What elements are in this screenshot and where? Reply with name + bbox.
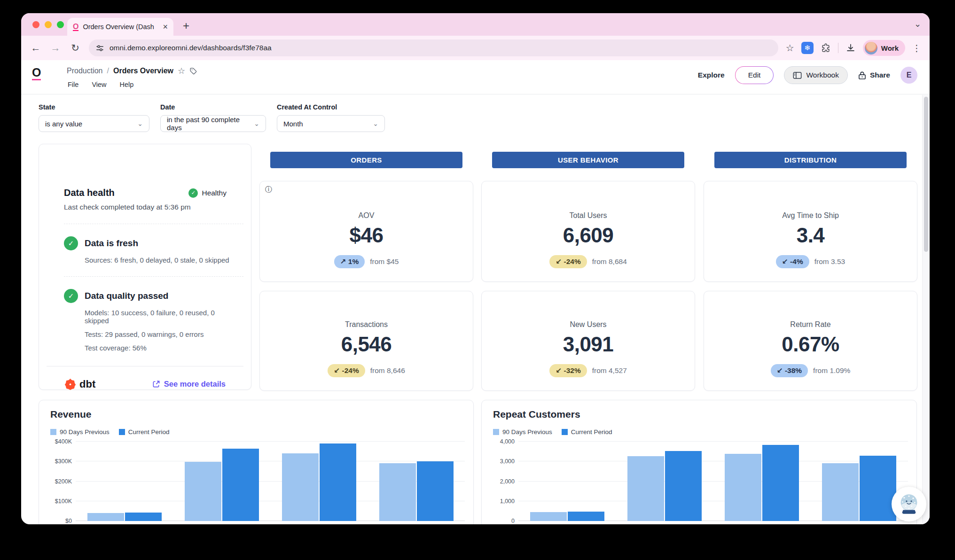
bar-current-period[interactable] xyxy=(762,445,799,521)
breadcrumb-parent[interactable]: Production xyxy=(67,67,103,75)
browser-profile-chip[interactable]: Work xyxy=(863,40,905,56)
back-icon[interactable]: ← xyxy=(30,42,42,54)
section-header-orders[interactable]: ORDERS xyxy=(270,152,462,168)
browser-tab[interactable]: O Orders Overview (Dashboard) × xyxy=(67,18,173,36)
health-check-detail: Sources: 6 fresh, 0 delayed, 0 stale, 0 … xyxy=(85,256,237,264)
repeat-customers-chart-card: Repeat Customers90 Days PreviousCurrent … xyxy=(481,400,917,524)
app-header: O Production / Orders Overview ☆ FileVie… xyxy=(21,60,930,94)
section-header-user-behavior[interactable]: USER BEHAVIOR xyxy=(492,152,684,168)
section-header-distribution[interactable]: DISTRIBUTION xyxy=(714,152,907,168)
healthy-check-icon: ✓ xyxy=(188,188,198,198)
bar-90-days-previous[interactable] xyxy=(185,462,221,521)
share-button[interactable]: Share xyxy=(858,71,890,80)
bar-90-days-previous[interactable] xyxy=(725,454,761,521)
scrollbar-thumb[interactable] xyxy=(924,97,928,252)
browser-toolbar: ← → ↻ omni.demo.exploreomni.dev/dashboar… xyxy=(21,36,930,60)
forward-icon[interactable]: → xyxy=(49,42,62,54)
bar-current-period[interactable] xyxy=(665,451,702,521)
vertical-scrollbar[interactable] xyxy=(922,95,930,524)
kpi-card-aov[interactable]: ⓘAOV$46↗ 1%from $45 xyxy=(259,181,473,282)
kpi-value: 3,091 xyxy=(563,333,614,356)
favorite-star-icon[interactable]: ☆ xyxy=(178,66,185,76)
kpi-card-avg-time-to-ship[interactable]: Avg Time to Ship3.4↙ -4%from 3.53 xyxy=(704,181,917,282)
lock-icon xyxy=(858,71,866,80)
profile-label: Work xyxy=(881,44,899,52)
header-actions: Explore Edit Workbook Share E xyxy=(698,66,917,84)
bar-current-period[interactable] xyxy=(320,443,356,521)
bar-current-period[interactable] xyxy=(222,449,259,521)
kpi-delta-badge: ↙ -24% xyxy=(549,255,587,268)
explore-button[interactable]: Explore xyxy=(698,71,725,79)
bar-current-period[interactable] xyxy=(568,512,604,521)
bar-current-period[interactable] xyxy=(860,456,896,521)
kpi-delta-row: ↙ -38%from 1.09% xyxy=(771,364,851,377)
kpi-value: 0.67% xyxy=(782,333,839,356)
kpi-card-total-users[interactable]: Total Users6,609↙ -24%from 8,684 xyxy=(481,181,695,282)
bar-90-days-previous[interactable] xyxy=(282,453,319,521)
user-avatar[interactable]: E xyxy=(900,67,917,84)
bar-90-days-previous[interactable] xyxy=(87,513,124,521)
address-bar[interactable]: omni.demo.exploreomni.dev/dashboards/f3f… xyxy=(89,39,778,56)
extensions-puzzle-icon[interactable] xyxy=(821,43,831,53)
bar-90-days-previous[interactable] xyxy=(627,456,664,521)
legend-item: 90 Days Previous xyxy=(50,428,110,436)
y-axis-label: $400K xyxy=(43,438,72,445)
menu-view[interactable]: View xyxy=(92,81,106,88)
legend-item: 90 Days Previous xyxy=(493,428,552,436)
menu-file[interactable]: File xyxy=(68,81,78,88)
filter-select[interactable]: Month⌄ xyxy=(277,115,385,132)
kpi-card-new-users[interactable]: New Users3,091↙ -32%from 4,527 xyxy=(481,291,695,391)
extension-icon[interactable]: ❄ xyxy=(801,42,814,54)
health-check: ✓Data is freshSources: 6 fresh, 0 delaye… xyxy=(39,224,251,264)
bar-90-days-previous[interactable] xyxy=(530,512,567,521)
download-icon[interactable] xyxy=(845,43,856,53)
fullscreen-window-button[interactable] xyxy=(57,21,64,28)
chart-title: Revenue xyxy=(50,409,92,420)
edit-button[interactable]: Edit xyxy=(735,66,774,84)
filter-label: Created At Control xyxy=(277,103,385,111)
filter-select[interactable]: in the past 90 complete days⌄ xyxy=(160,115,266,132)
check-circle-icon: ✓ xyxy=(64,289,78,303)
kpi-card-return-rate[interactable]: Return Rate0.67%↙ -38%from 1.09% xyxy=(704,291,917,391)
data-health-title: Data health xyxy=(64,187,115,198)
y-axis-label: 2,000 xyxy=(485,478,515,485)
kpi-card-transactions[interactable]: Transactions6,546↙ -24%from 8,646 xyxy=(259,291,473,391)
chat-widget-button[interactable] xyxy=(892,487,926,521)
kpi-delta-badge: ↙ -32% xyxy=(549,364,587,377)
legend-item: Current Period xyxy=(562,428,612,436)
browser-menu-icon[interactable]: ⋮ xyxy=(912,43,921,54)
filter-date: Datein the past 90 complete days⌄ xyxy=(160,103,266,132)
breadcrumb: Production / Orders Overview ☆ xyxy=(67,66,197,76)
menu-help[interactable]: Help xyxy=(120,81,134,88)
close-window-button[interactable] xyxy=(32,21,39,28)
chevron-down-icon: ⌄ xyxy=(373,120,378,127)
reload-icon[interactable]: ↻ xyxy=(69,42,81,54)
bookmark-star-icon[interactable]: ☆ xyxy=(786,42,794,54)
bar-90-days-previous[interactable] xyxy=(822,463,859,521)
health-check-detail: Test coverage: 56% xyxy=(85,344,237,352)
filter-state: Stateis any value⌄ xyxy=(39,103,149,132)
chevron-down-icon: ⌄ xyxy=(254,120,259,127)
site-settings-icon[interactable] xyxy=(95,44,104,53)
health-check-title: Data is fresh xyxy=(85,238,138,249)
bar-current-period[interactable] xyxy=(417,461,454,521)
chevron-down-icon: ⌄ xyxy=(137,120,143,127)
omni-logo[interactable]: O xyxy=(32,67,41,80)
tab-search-chevron-icon[interactable]: ⌄ xyxy=(914,19,921,29)
workbook-button[interactable]: Workbook xyxy=(784,66,848,84)
minimize-window-button[interactable] xyxy=(45,21,52,28)
filter-label: State xyxy=(39,103,149,111)
kpi-delta-row: ↙ -24%from 8,684 xyxy=(549,255,627,268)
tab-close-icon[interactable]: × xyxy=(163,22,168,32)
info-icon[interactable]: ⓘ xyxy=(265,185,272,194)
bar-90-days-previous[interactable] xyxy=(379,463,416,521)
bar-current-period[interactable] xyxy=(125,513,162,521)
filter-select[interactable]: is any value⌄ xyxy=(39,115,149,132)
see-more-details-link[interactable]: See more details xyxy=(152,380,226,389)
new-tab-button[interactable]: + xyxy=(183,19,189,33)
tag-icon[interactable] xyxy=(189,67,197,75)
filter-value: is any value xyxy=(45,120,82,128)
kpi-label: Avg Time to Ship xyxy=(782,211,839,220)
chart-plot-area xyxy=(518,443,908,521)
kpi-delta-badge: ↙ -4% xyxy=(776,255,809,268)
